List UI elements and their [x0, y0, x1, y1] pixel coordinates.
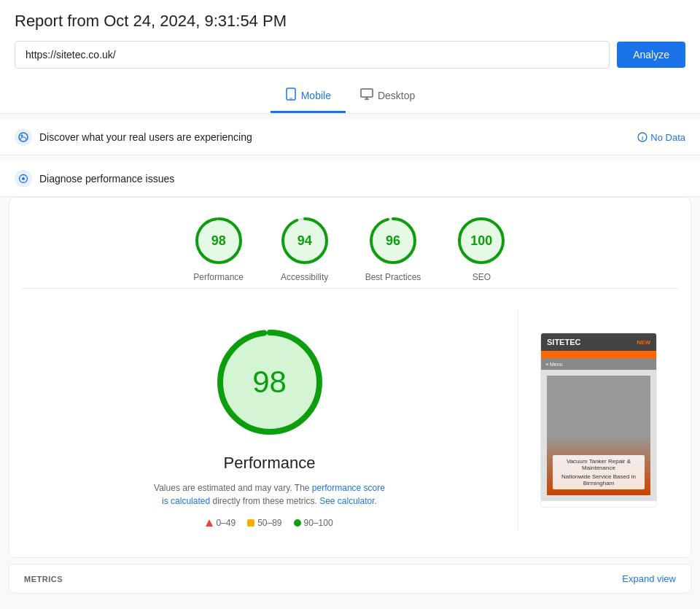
score-accessibility[interactable]: 94 Accessibility	[279, 215, 330, 282]
screenshot-sub: Nationwide Service Based in Birmingham	[557, 473, 640, 486]
svg-point-10	[22, 177, 25, 180]
accessibility-label: Accessibility	[281, 272, 328, 282]
tab-mobile[interactable]: Mobile	[271, 80, 346, 113]
metrics-label: METRICS	[24, 575, 63, 583]
screenshot-caption: Vacuum Tanker Repair & Maintenance Natio…	[553, 455, 645, 489]
average-range: 50–89	[257, 518, 281, 528]
seo-value: 100	[470, 233, 492, 249]
best-practices-circle: 96	[368, 215, 419, 266]
tab-desktop[interactable]: Desktop	[346, 80, 429, 113]
performance-label: Performance	[193, 272, 244, 282]
svg-rect-1	[289, 98, 292, 99]
crux-icon	[15, 128, 32, 146]
tab-mobile-label: Mobile	[301, 90, 331, 101]
score-best-practices[interactable]: 96 Best Practices	[365, 215, 421, 282]
svg-text:i: i	[642, 135, 643, 141]
no-data-link[interactable]: i No Data	[637, 132, 685, 143]
perf-description: Values are estimated and may vary. The p…	[153, 481, 386, 508]
performance-circle: 98	[193, 215, 244, 266]
fail-range: 0–49	[216, 518, 236, 528]
screenshot-tagline: Vacuum Tanker Repair & Maintenance	[557, 458, 640, 471]
crux-section: Discover what your real users are experi…	[0, 120, 700, 155]
perf-detail-section: 98 Performance Values are estimated and …	[21, 295, 679, 546]
screenshot-body: Vacuum Tanker Repair & Maintenance Natio…	[541, 370, 656, 501]
legend-fail: 0–49	[206, 518, 236, 528]
perf-left: 98 Performance Values are estimated and …	[21, 295, 518, 546]
diagnose-section: Diagnose performance issues	[0, 161, 700, 197]
fail-icon	[206, 519, 213, 527]
crux-title: Discover what your real users are experi…	[39, 131, 252, 143]
accessibility-circle: 94	[279, 215, 330, 266]
tab-desktop-label: Desktop	[378, 90, 415, 101]
screenshot-panel: SITETEC NEW ≡ Menu Vacuum Tanker Repair …	[518, 295, 679, 546]
good-icon	[294, 519, 301, 527]
analyze-button[interactable]: Analyze	[617, 42, 685, 68]
site-screenshot: SITETEC NEW ≡ Menu Vacuum Tanker Repair …	[540, 333, 657, 508]
scores-row: 98 Performance 94 Accessibility	[21, 215, 679, 282]
screenshot-site-name: SITETEC	[547, 338, 580, 346]
legend-good: 90–100	[294, 518, 333, 528]
no-data-label: No Data	[650, 132, 685, 143]
screenshot-orange-bar	[541, 351, 656, 358]
accessibility-value: 94	[298, 233, 312, 249]
mobile-icon	[285, 88, 297, 104]
url-input[interactable]	[15, 41, 610, 69]
average-icon	[247, 519, 254, 527]
big-performance-circle: 98	[211, 324, 328, 441]
score-seo[interactable]: 100 SEO	[456, 215, 507, 282]
desktop-icon	[360, 88, 373, 103]
score-performance[interactable]: 98 Performance	[193, 215, 244, 282]
diagnose-title: Diagnose performance issues	[39, 173, 174, 185]
legend-average: 50–89	[247, 518, 281, 528]
svg-point-6	[21, 135, 23, 137]
seo-circle: 100	[456, 215, 507, 266]
report-title: Report from Oct 24, 2024, 9:31:54 PM	[15, 12, 685, 31]
big-performance-label: Performance	[224, 454, 316, 473]
diagnose-icon	[15, 170, 32, 187]
screenshot-tag: NEW	[637, 339, 650, 346]
calculator-link[interactable]: See calculator	[319, 496, 374, 506]
good-range: 90–100	[304, 518, 333, 528]
big-performance-value: 98	[252, 365, 287, 400]
best-practices-value: 96	[386, 233, 400, 249]
scores-divider	[21, 288, 679, 289]
svg-rect-2	[361, 89, 373, 97]
device-tabs: Mobile Desktop	[15, 80, 685, 113]
performance-value: 98	[211, 233, 226, 249]
seo-label: SEO	[472, 272, 491, 282]
expand-view-link[interactable]: Expand view	[622, 573, 676, 584]
screenshot-header: SITETEC NEW	[541, 333, 656, 351]
scores-card: 98 Performance 94 Accessibility	[9, 197, 691, 558]
best-practices-label: Best Practices	[365, 272, 421, 282]
screenshot-nav: ≡ Menu	[541, 358, 656, 370]
score-legend: 0–49 50–89 90–100	[206, 518, 332, 528]
metrics-footer: METRICS Expand view	[9, 564, 691, 594]
